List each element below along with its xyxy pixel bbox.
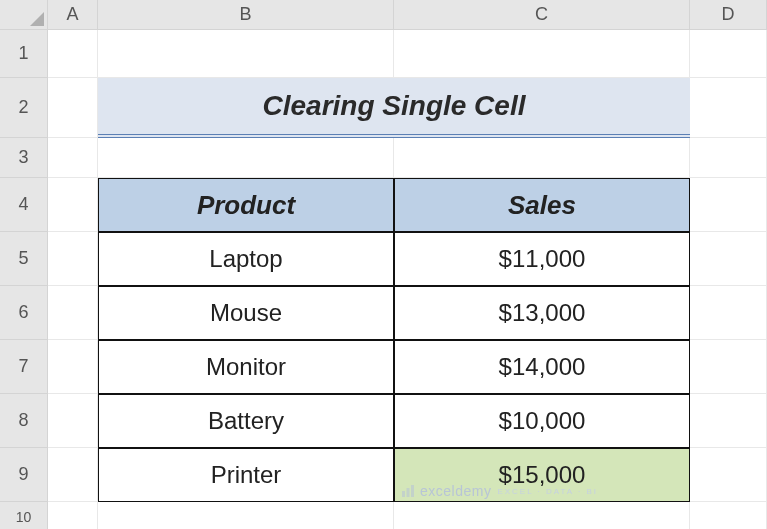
select-all-corner[interactable] [0,0,48,30]
svg-rect-1 [407,488,410,497]
table-cell-product[interactable]: Printer [98,448,394,502]
cell-A2[interactable] [48,78,98,138]
table-cell-sales[interactable]: $11,000 [394,232,690,286]
row-header-3[interactable]: 3 [0,138,48,178]
row-header-1[interactable]: 1 [0,30,48,78]
row-header-9[interactable]: 9 [0,448,48,502]
cell-C1[interactable] [394,30,690,78]
row-header-4[interactable]: 4 [0,178,48,232]
cell-A7[interactable] [48,340,98,394]
cell-D6[interactable] [690,286,767,340]
cell-D1[interactable] [690,30,767,78]
cell-D10[interactable] [690,502,767,529]
row-header-10[interactable]: 10 [0,502,48,529]
watermark-tag: EXCEL · DATA · BI [497,487,598,496]
cell-D4[interactable] [690,178,767,232]
cell-D9[interactable] [690,448,767,502]
table-cell-sales[interactable]: $10,000 [394,394,690,448]
table-header-product[interactable]: Product [98,178,394,232]
table-cell-product[interactable]: Monitor [98,340,394,394]
cell-A8[interactable] [48,394,98,448]
cell-D2[interactable] [690,78,767,138]
cell-B1[interactable] [98,30,394,78]
svg-rect-2 [411,485,414,497]
cell-A3[interactable] [48,138,98,178]
svg-rect-0 [402,491,405,497]
cell-A5[interactable] [48,232,98,286]
cell-A10[interactable] [48,502,98,529]
cell-B3[interactable] [98,138,394,178]
col-header-C[interactable]: C [394,0,690,30]
table-header-sales[interactable]: Sales [394,178,690,232]
table-cell-sales[interactable]: $13,000 [394,286,690,340]
row-header-5[interactable]: 5 [0,232,48,286]
title-merged-cell[interactable]: Clearing Single Cell [98,78,690,138]
table-cell-product[interactable]: Mouse [98,286,394,340]
table-cell-product[interactable]: Laptop [98,232,394,286]
table-cell-sales[interactable]: $14,000 [394,340,690,394]
cell-B10[interactable] [98,502,394,529]
cell-D3[interactable] [690,138,767,178]
cell-D5[interactable] [690,232,767,286]
watermark-brand: exceldemy [420,483,491,499]
cell-A4[interactable] [48,178,98,232]
cell-D7[interactable] [690,340,767,394]
page-title: Clearing Single Cell [98,78,690,138]
cell-C3[interactable] [394,138,690,178]
row-header-6[interactable]: 6 [0,286,48,340]
chart-icon [400,483,416,499]
row-header-8[interactable]: 8 [0,394,48,448]
row-header-2[interactable]: 2 [0,78,48,138]
cell-A1[interactable] [48,30,98,78]
spreadsheet-grid[interactable]: A B C D 1 2 Clearing Single Cell 3 4 Pro… [0,0,767,529]
cell-D8[interactable] [690,394,767,448]
cell-C10[interactable] [394,502,690,529]
watermark: exceldemy EXCEL · DATA · BI [400,483,598,499]
col-header-D[interactable]: D [690,0,767,30]
row-header-7[interactable]: 7 [0,340,48,394]
col-header-A[interactable]: A [48,0,98,30]
cell-A6[interactable] [48,286,98,340]
cell-A9[interactable] [48,448,98,502]
col-header-B[interactable]: B [98,0,394,30]
table-cell-product[interactable]: Battery [98,394,394,448]
